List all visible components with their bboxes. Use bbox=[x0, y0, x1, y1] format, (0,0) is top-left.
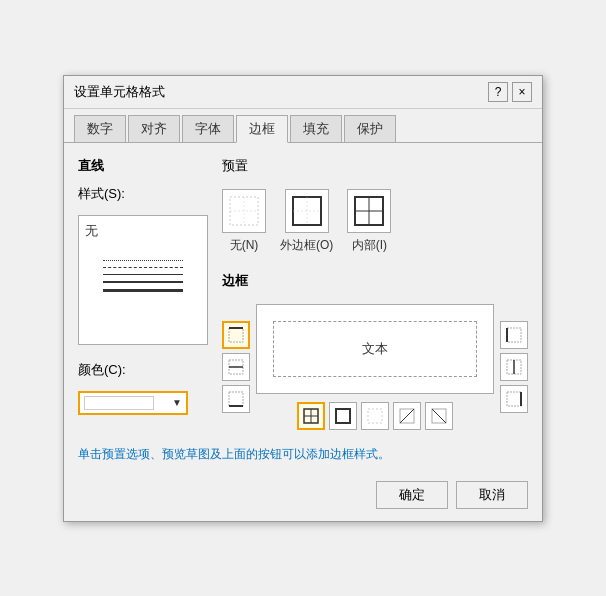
style-line-thin[interactable] bbox=[103, 274, 183, 275]
border-btn-diag2[interactable] bbox=[425, 402, 453, 430]
title-bar: 设置单元格格式 ? × bbox=[64, 76, 542, 109]
border-all-icon bbox=[302, 407, 320, 425]
preset-none-icon bbox=[226, 193, 262, 229]
border-section-label: 边框 bbox=[222, 272, 528, 290]
style-label: 样式(S): bbox=[78, 185, 208, 203]
svg-rect-13 bbox=[229, 392, 243, 406]
action-row: 确定 取消 bbox=[64, 473, 542, 521]
border-top-icon bbox=[227, 326, 245, 344]
footer-note[interactable]: 单击预置选项、预览草图及上面的按钮可以添加边框样式。 bbox=[64, 440, 542, 473]
preset-none: 无(N) bbox=[222, 189, 266, 254]
svg-rect-24 bbox=[507, 328, 521, 342]
tab-fill[interactable]: 填充 bbox=[290, 115, 342, 142]
style-line-thick[interactable] bbox=[103, 289, 183, 292]
border-buttons-bottom bbox=[256, 402, 494, 430]
preset-inner-label: 内部(I) bbox=[352, 237, 387, 254]
preset-none-label: 无(N) bbox=[230, 237, 259, 254]
tab-align[interactable]: 对齐 bbox=[128, 115, 180, 142]
preset-inner: 内部(I) bbox=[347, 189, 391, 254]
presets-row: 无(N) 外边框(O) bbox=[222, 189, 528, 254]
left-panel: 直线 样式(S): 无 颜色(C): ▼ bbox=[78, 157, 208, 430]
preview-inner-border bbox=[273, 321, 477, 377]
svg-rect-28 bbox=[507, 392, 521, 406]
confirm-button[interactable]: 确定 bbox=[376, 481, 448, 509]
cancel-button[interactable]: 取消 bbox=[456, 481, 528, 509]
color-label: 颜色(C): bbox=[78, 361, 208, 379]
border-btn-left[interactable] bbox=[500, 321, 528, 349]
color-swatch bbox=[84, 396, 154, 410]
tab-number[interactable]: 数字 bbox=[74, 115, 126, 142]
border-diag-icon bbox=[398, 407, 416, 425]
preset-inner-button[interactable] bbox=[347, 189, 391, 233]
tab-border[interactable]: 边框 bbox=[236, 115, 288, 143]
right-panel: 预置 无(N) bbox=[222, 157, 528, 430]
tabs: 数字 对齐 字体 边框 填充 保护 bbox=[64, 109, 542, 143]
border-area: 文本 bbox=[222, 304, 528, 430]
border-btn-top[interactable] bbox=[222, 321, 250, 349]
border-middle-v-icon bbox=[505, 358, 523, 376]
tab-font[interactable]: 字体 bbox=[182, 115, 234, 142]
line-section-title: 直线 bbox=[78, 157, 208, 175]
border-btn-none-small[interactable] bbox=[361, 402, 389, 430]
preset-none-button[interactable] bbox=[222, 189, 266, 233]
style-line-medium[interactable] bbox=[103, 281, 183, 283]
border-none-small-icon bbox=[366, 407, 384, 425]
color-select[interactable]: ▼ bbox=[78, 391, 188, 415]
preset-outer-button[interactable] bbox=[285, 189, 329, 233]
style-lines bbox=[85, 260, 201, 292]
style-line-dashed[interactable] bbox=[103, 267, 183, 268]
style-box: 无 bbox=[78, 215, 208, 345]
style-line-dotted[interactable] bbox=[103, 260, 183, 261]
border-left-icon bbox=[505, 326, 523, 344]
preset-inner-icon bbox=[351, 193, 387, 229]
preset-outer-icon bbox=[289, 193, 325, 229]
svg-rect-18 bbox=[336, 409, 350, 423]
preview-area: 文本 bbox=[256, 304, 494, 430]
border-right-icon bbox=[505, 390, 523, 408]
preset-outer-label: 外边框(O) bbox=[280, 237, 333, 254]
help-button[interactable]: ? bbox=[488, 82, 508, 102]
svg-line-21 bbox=[400, 409, 414, 423]
border-buttons-left bbox=[222, 304, 250, 430]
presets-label: 预置 bbox=[222, 157, 528, 175]
preset-outer: 外边框(O) bbox=[280, 189, 333, 254]
border-btn-middle-v[interactable] bbox=[500, 353, 528, 381]
close-button[interactable]: × bbox=[512, 82, 532, 102]
preview-box[interactable]: 文本 bbox=[256, 304, 494, 394]
chevron-down-icon: ▼ bbox=[172, 397, 182, 408]
dialog: 设置单元格格式 ? × 数字 对齐 字体 边框 填充 保护 直线 样式(S): … bbox=[63, 75, 543, 522]
border-btn-all[interactable] bbox=[297, 402, 325, 430]
border-btn-middle-h[interactable] bbox=[222, 353, 250, 381]
dialog-title: 设置单元格格式 bbox=[74, 83, 165, 101]
border-diag2-icon bbox=[430, 407, 448, 425]
title-actions: ? × bbox=[488, 82, 532, 102]
border-bottom-icon bbox=[227, 390, 245, 408]
border-btn-outer[interactable] bbox=[329, 402, 357, 430]
svg-line-23 bbox=[432, 409, 446, 423]
tab-protect[interactable]: 保护 bbox=[344, 115, 396, 142]
border-buttons-right bbox=[500, 304, 528, 430]
border-middle-h-icon bbox=[227, 358, 245, 376]
svg-rect-19 bbox=[368, 409, 382, 423]
border-btn-diag[interactable] bbox=[393, 402, 421, 430]
svg-rect-9 bbox=[229, 328, 243, 342]
style-none-text: 无 bbox=[85, 222, 201, 240]
border-btn-right[interactable] bbox=[500, 385, 528, 413]
content: 直线 样式(S): 无 颜色(C): ▼ 预置 bbox=[64, 143, 542, 440]
border-outer-icon bbox=[334, 407, 352, 425]
border-btn-bottom[interactable] bbox=[222, 385, 250, 413]
